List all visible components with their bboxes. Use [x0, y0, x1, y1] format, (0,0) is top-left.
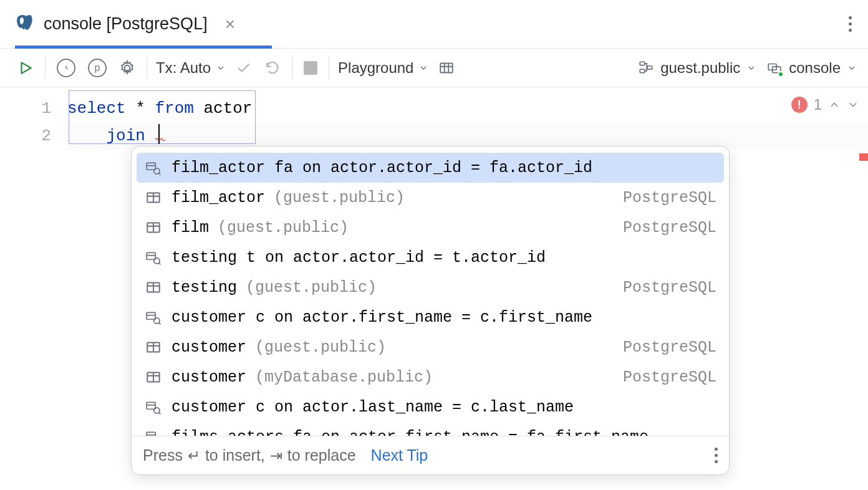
- more-vertical-icon: [715, 448, 718, 463]
- next-error-button[interactable]: [847, 98, 859, 111]
- next-tip-link[interactable]: Next Tip: [371, 446, 428, 464]
- table-icon: [144, 339, 163, 355]
- completion-text: customer c on actor.first_name = c.first…: [171, 309, 592, 327]
- chevron-down-icon: [847, 59, 857, 77]
- close-tab-button[interactable]: ×: [225, 16, 235, 33]
- chevron-down-icon: [216, 59, 226, 77]
- tx-mode-label: Tx: Auto: [156, 59, 211, 77]
- session-label: console: [789, 59, 841, 77]
- enter-key-icon: ↵: [188, 447, 200, 464]
- playground-label: Playground: [338, 59, 413, 77]
- separator: [329, 57, 329, 79]
- tab-key-icon: ⇥: [270, 447, 282, 464]
- completion-item[interactable]: customer (myDatabase.public)PostgreSQL: [137, 362, 724, 392]
- svg-rect-1: [640, 62, 645, 65]
- undo-icon: [264, 60, 281, 76]
- line-number[interactable]: 2: [0, 122, 51, 150]
- table-icon: [144, 279, 163, 295]
- join-suggestion-icon: [144, 309, 163, 325]
- schema-selector[interactable]: guest.public: [638, 59, 756, 77]
- completion-location: (guest.public): [246, 279, 377, 297]
- stop-icon: [304, 61, 317, 75]
- svg-point-18: [154, 408, 160, 413]
- editor-tab-console[interactable]: console [PostgreSQL] ×: [15, 0, 235, 48]
- gear-icon: [119, 60, 135, 76]
- completion-text: testing t on actor.actor_id = t.actor_id: [171, 249, 546, 267]
- playground-selector[interactable]: Playground: [334, 59, 432, 77]
- completion-item[interactable]: customer (guest.public)PostgreSQL: [137, 332, 724, 362]
- completion-type: PostgreSQL: [623, 368, 716, 387]
- completion-text: customer: [171, 368, 246, 387]
- completion-item[interactable]: film_actor (guest.public)PostgreSQL: [137, 183, 724, 213]
- completion-item[interactable]: customer c on actor.first_name = c.first…: [137, 302, 724, 332]
- svg-rect-13: [147, 312, 155, 319]
- completion-text: testing: [171, 279, 237, 297]
- error-badge-icon[interactable]: !: [791, 97, 808, 113]
- completion-item[interactable]: films_actors fa on actor.first_name = fa…: [137, 422, 724, 436]
- history-icon: [57, 59, 75, 77]
- completion-location: (myDatabase.public): [255, 368, 433, 387]
- code-completion-popup: film_actor fa on actor.actor_id = fa.act…: [131, 146, 730, 475]
- chevron-down-icon: [746, 59, 756, 77]
- session-icon: [766, 60, 783, 76]
- chevron-down-icon: [418, 59, 428, 77]
- completion-item[interactable]: customer c on actor.last_name = c.last_n…: [137, 392, 724, 422]
- svg-point-14: [154, 318, 160, 324]
- table-icon: [144, 369, 163, 385]
- completion-item[interactable]: testing t on actor.actor_id = t.actor_id: [137, 243, 724, 272]
- rollback-button[interactable]: [258, 54, 287, 82]
- schema-label: guest.public: [660, 59, 740, 77]
- completion-location: (guest.public): [274, 189, 405, 207]
- completion-text: film_actor: [171, 189, 265, 207]
- completion-text: customer c on actor.last_name = c.last_n…: [171, 398, 574, 416]
- error-count: 1: [814, 96, 822, 113]
- commit-button[interactable]: [229, 54, 258, 82]
- completion-text: film_actor fa on actor.actor_id = fa.act…: [171, 159, 592, 177]
- table-grid-icon: [438, 60, 455, 76]
- table-icon: [144, 190, 163, 206]
- line-number[interactable]: 1: [0, 95, 51, 122]
- join-suggestion-icon: [144, 249, 163, 266]
- tab-overflow-button[interactable]: [842, 11, 858, 37]
- inspection-status: ! 1: [791, 96, 859, 113]
- separator: [147, 57, 147, 79]
- svg-point-11: [154, 258, 160, 264]
- view-mode-button[interactable]: [432, 54, 461, 82]
- join-suggestion-icon: [144, 429, 163, 436]
- error-stripe-marker[interactable]: [859, 153, 868, 161]
- completion-type: PostgreSQL: [623, 279, 716, 297]
- history-button[interactable]: [51, 54, 82, 82]
- explain-plan-button[interactable]: p: [82, 54, 113, 82]
- check-icon: [236, 60, 252, 76]
- run-button[interactable]: [11, 54, 40, 82]
- completion-location: (guest.public): [255, 339, 386, 357]
- stop-button[interactable]: [297, 54, 324, 82]
- settings-button[interactable]: [113, 54, 142, 82]
- completion-more-button[interactable]: [715, 448, 718, 463]
- table-icon: [144, 219, 163, 236]
- join-suggestion-icon: [144, 160, 163, 176]
- separator: [292, 57, 292, 79]
- completion-item[interactable]: testing (guest.public)PostgreSQL: [137, 272, 724, 302]
- completion-text: film: [171, 219, 209, 237]
- footer-text: to insert,: [205, 446, 265, 464]
- completion-type: PostgreSQL: [623, 339, 716, 357]
- svg-rect-6: [147, 163, 155, 170]
- completion-item[interactable]: film_actor fa on actor.actor_id = fa.act…: [137, 153, 724, 183]
- svg-rect-10: [147, 252, 155, 259]
- completion-text: customer: [171, 339, 246, 357]
- completion-text: films_actors fa on actor.first_name = fa…: [171, 428, 649, 436]
- completion-type: PostgreSQL: [623, 189, 716, 207]
- completion-item[interactable]: film (guest.public)PostgreSQL: [137, 213, 724, 243]
- active-tab-indicator: [15, 46, 272, 49]
- tx-mode-selector[interactable]: Tx: Auto: [152, 59, 229, 77]
- footer-text: Press: [143, 446, 183, 464]
- completion-type: PostgreSQL: [623, 219, 716, 237]
- prev-error-button[interactable]: [828, 98, 841, 111]
- separator: [45, 57, 46, 79]
- completion-location: (guest.public): [218, 219, 349, 237]
- completion-list: film_actor fa on actor.actor_id = fa.act…: [132, 147, 729, 436]
- session-selector[interactable]: console: [766, 59, 857, 77]
- play-icon: [17, 60, 34, 76]
- join-suggestion-icon: [144, 399, 163, 415]
